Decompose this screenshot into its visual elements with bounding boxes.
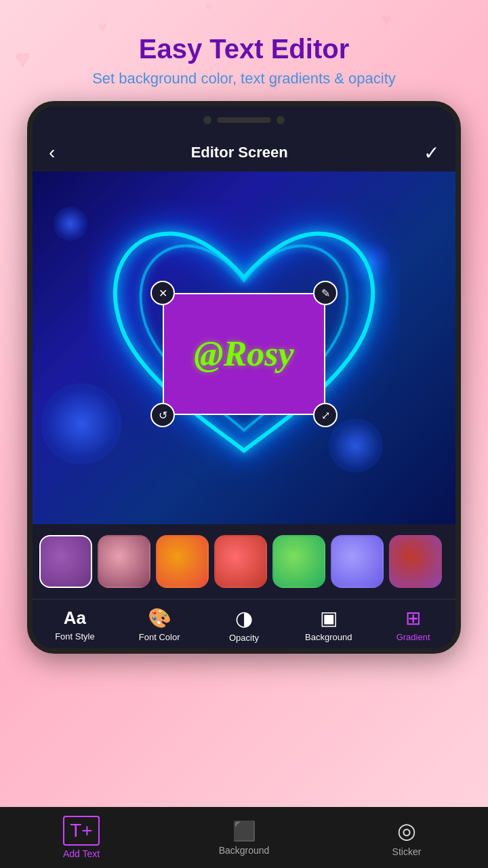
nav-sticker[interactable]: ◎ Sticker	[366, 818, 447, 857]
app-subtitle: Set background color, text gradients & o…	[72, 70, 416, 87]
phone-mockup: ‹ Editor Screen ✓ @	[27, 101, 461, 654]
color-swatch-5[interactable]	[272, 535, 325, 588]
nav-add-text[interactable]: T+ Add Text	[41, 816, 122, 859]
opacity-icon: ◑	[235, 606, 253, 630]
color-swatch-6[interactable]	[331, 535, 384, 588]
main-container: Easy Text Editor Set background color, t…	[0, 0, 488, 868]
back-button[interactable]: ‹	[49, 142, 55, 163]
gradient-icon: ⊞	[405, 607, 421, 629]
expand-icon: ⤢	[321, 409, 330, 422]
nav-background[interactable]: ⬛ Background	[203, 820, 285, 856]
font-style-icon: Aa	[64, 608, 86, 629]
check-button[interactable]: ✓	[424, 142, 439, 164]
gradient-label: Gradient	[396, 632, 430, 642]
font-color-label: Font Color	[139, 632, 180, 642]
canvas-text: @Rosy	[194, 336, 293, 372]
add-text-icon: T+	[63, 816, 99, 846]
nav-sticker-label: Sticker	[392, 846, 422, 857]
canvas-area[interactable]: @Rosy ✕ ✎ ↺ ⤢	[33, 172, 455, 524]
nav-background-label: Background	[219, 845, 270, 856]
rotate-icon: ↺	[159, 409, 167, 422]
handle-rotate[interactable]: ↺	[150, 403, 175, 427]
background-icon: ▣	[320, 607, 338, 629]
font-color-icon: 🎨	[148, 607, 171, 629]
editor-topbar: ‹ Editor Screen ✓	[33, 134, 455, 172]
color-swatch-1[interactable]	[39, 535, 92, 588]
notch-camera-left	[203, 116, 211, 124]
text-box[interactable]: @Rosy ✕ ✎ ↺ ⤢	[163, 293, 325, 415]
tool-font-style[interactable]: Aa Font Style	[47, 608, 102, 642]
handle-edit[interactable]: ✎	[313, 281, 338, 305]
handle-close[interactable]: ✕	[150, 281, 175, 305]
tool-gradient[interactable]: ⊞ Gradient	[386, 607, 441, 642]
tool-background[interactable]: ▣ Background	[302, 607, 356, 642]
tool-opacity[interactable]: ◑ Opacity	[217, 606, 271, 643]
opacity-label: Opacity	[229, 633, 259, 643]
nav-background-icon: ⬛	[232, 820, 256, 842]
notch-camera-right	[277, 116, 285, 124]
notch-speaker	[217, 117, 271, 123]
bottom-toolbar: Aa Font Style 🎨 Font Color ◑ Opacity ▣ B…	[33, 599, 455, 648]
color-palette	[33, 524, 455, 599]
color-swatch-3[interactable]	[156, 535, 209, 588]
handle-expand[interactable]: ⤢	[313, 403, 338, 427]
app-title: Easy Text Editor	[139, 34, 349, 64]
bokeh-4	[54, 207, 87, 241]
font-style-label: Font Style	[55, 631, 95, 642]
phone-notch	[33, 106, 455, 134]
color-swatch-7[interactable]	[389, 535, 442, 588]
nav-sticker-icon: ◎	[397, 818, 416, 844]
color-swatch-4[interactable]	[214, 535, 267, 588]
close-icon: ✕	[159, 287, 167, 300]
edit-icon: ✎	[321, 287, 330, 300]
editor-screen-title: Editor Screen	[191, 144, 288, 161]
color-swatch-2[interactable]	[98, 535, 150, 588]
bottom-nav: T+ Add Text ⬛ Background ◎ Sticker	[0, 807, 488, 868]
add-text-label: Add Text	[63, 848, 100, 859]
tool-font-color[interactable]: 🎨 Font Color	[132, 607, 186, 642]
text-box-inner: @Rosy	[163, 293, 325, 415]
background-label: Background	[305, 632, 352, 642]
